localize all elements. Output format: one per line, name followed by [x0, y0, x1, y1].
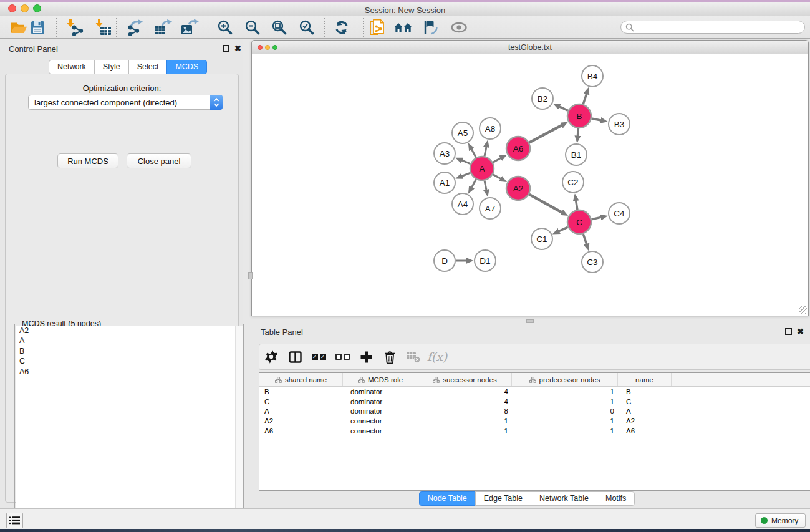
import-network-button[interactable] [65, 18, 84, 37]
edge-A-A2[interactable] [493, 175, 501, 179]
node-C1[interactable]: C1 [531, 228, 552, 249]
table-split-view-button[interactable] [283, 351, 307, 363]
table-row[interactable]: Cdominator41C [259, 397, 810, 407]
edge-A2-C[interactable] [529, 195, 562, 213]
node-A5[interactable]: A5 [452, 122, 473, 143]
edge-B-B4[interactable] [583, 94, 586, 104]
save-session-button[interactable] [28, 18, 47, 37]
result-item[interactable]: A2 [16, 326, 243, 336]
new-network-button[interactable] [368, 18, 387, 37]
tab-mcds[interactable]: MCDS [166, 60, 207, 74]
export-image-button[interactable] [180, 18, 199, 37]
edge-C-C1[interactable] [559, 227, 567, 231]
node-B3[interactable]: B3 [609, 114, 630, 135]
criterion-select[interactable]: largest connected component (directed) [28, 95, 223, 110]
result-item[interactable]: A6 [16, 367, 243, 377]
edge-C-C4[interactable] [592, 217, 601, 219]
node-C4[interactable]: C4 [609, 203, 630, 224]
zoom-fit-button[interactable] [270, 18, 289, 37]
column-header-predecessor-nodes[interactable]: predecessor nodes [512, 373, 618, 386]
edge-B-B2[interactable] [559, 107, 568, 111]
result-scrollbar[interactable] [235, 326, 243, 532]
edge-B-B1[interactable] [577, 128, 578, 136]
edge-A-A8[interactable] [485, 147, 486, 156]
delete-table-button[interactable] [402, 351, 425, 363]
node-A7[interactable]: A7 [480, 198, 501, 219]
node-B1[interactable]: B1 [566, 144, 587, 165]
memory-button[interactable]: Memory [755, 513, 806, 528]
tab-network-table[interactable]: Network Table [531, 491, 597, 506]
unselect-all-columns-button[interactable] [330, 354, 354, 360]
add-column-button[interactable] [354, 351, 378, 364]
zoom-in-button[interactable] [216, 18, 234, 37]
node-D1[interactable]: D1 [475, 250, 496, 271]
edge-A-A5[interactable] [471, 149, 476, 157]
zoom-out-button[interactable] [243, 18, 262, 37]
edge-A-A3[interactable] [462, 160, 471, 163]
edge-A-A1[interactable] [462, 173, 470, 176]
node-C2[interactable]: C2 [562, 172, 584, 193]
column-header-successor-nodes[interactable]: successor nodes [418, 373, 512, 386]
close-panel-button[interactable]: Close panel [127, 153, 191, 168]
tab-node-table[interactable]: Node Table [419, 491, 476, 506]
tab-select[interactable]: Select [128, 60, 168, 74]
table-settings-button[interactable] [259, 350, 283, 364]
node-C[interactable]: C [567, 210, 591, 234]
result-item[interactable]: C [16, 357, 243, 367]
float-panel-icon[interactable] [223, 45, 229, 52]
window-resize-grip[interactable] [799, 306, 807, 314]
edge-A-A4[interactable] [471, 180, 476, 188]
float-table-panel-icon[interactable] [785, 328, 792, 335]
search-input[interactable] [620, 21, 805, 34]
node-A2[interactable]: A2 [506, 177, 530, 200]
edge-A-A7[interactable] [485, 181, 486, 190]
show-hide-button[interactable] [450, 18, 468, 37]
column-header-MCDS-role[interactable]: MCDS role [343, 373, 418, 386]
node-A6[interactable]: A6 [506, 137, 530, 160]
select-all-columns-button[interactable]: ✓ ✓ [307, 354, 330, 360]
node-B[interactable]: B [567, 104, 591, 128]
tab-network[interactable]: Network [49, 60, 95, 74]
close-panel-icon[interactable]: ✖ [234, 45, 241, 52]
flag-visibility-button[interactable] [421, 18, 440, 37]
node-A3[interactable]: A3 [434, 143, 455, 164]
node-A8[interactable]: A8 [480, 118, 501, 139]
table-row[interactable]: A6connector11A6 [259, 426, 810, 436]
column-header-name[interactable]: name [618, 373, 672, 386]
node-A1[interactable]: A1 [434, 172, 455, 193]
edge-C-C2[interactable] [576, 201, 577, 210]
table-row[interactable]: Adominator80A [259, 406, 810, 416]
network-canvas[interactable]: AA1A2A3A4A5A6A7A8BB1B2B3B4CC1C2C3C4DD1 [253, 54, 809, 316]
export-table-button[interactable] [153, 18, 172, 37]
run-mcds-button[interactable]: Run MCDS [57, 153, 118, 168]
edge-B-B3[interactable] [592, 118, 601, 120]
zoom-selected-button[interactable] [297, 18, 316, 37]
panel-splitter-handle[interactable] [248, 272, 253, 279]
export-network-button[interactable] [127, 18, 145, 37]
import-table-button[interactable] [94, 18, 113, 37]
edge-C-C3[interactable] [583, 234, 586, 244]
table-row[interactable]: A2connector11A2 [259, 416, 810, 426]
result-item[interactable]: A [16, 336, 243, 347]
node-A4[interactable]: A4 [452, 193, 473, 215]
home-layout-button[interactable] [394, 18, 413, 37]
node-D[interactable]: D [434, 250, 455, 271]
node-B2[interactable]: B2 [532, 88, 553, 109]
table-row[interactable]: Bdominator41B [259, 387, 810, 397]
tab-edge-table[interactable]: Edge Table [475, 491, 531, 506]
table-splitter-handle[interactable] [526, 319, 534, 323]
result-item[interactable]: B [16, 346, 243, 357]
open-session-button[interactable] [9, 18, 28, 37]
mcds-result-list[interactable]: A2ABCA6 [16, 326, 243, 532]
close-table-panel-icon[interactable]: ✖ [797, 328, 804, 335]
delete-columns-button[interactable] [378, 350, 402, 364]
node-A[interactable]: A [470, 157, 494, 180]
network-window-titlebar[interactable]: testGlobe.txt [252, 41, 808, 54]
edge-A-A6[interactable] [493, 158, 501, 162]
tab-style[interactable]: Style [94, 60, 129, 74]
tab-motifs[interactable]: Motifs [597, 491, 635, 506]
task-history-button[interactable] [6, 513, 23, 528]
refresh-view-button[interactable] [332, 18, 351, 37]
function-builder-button[interactable]: f(x) [425, 350, 449, 364]
column-header-shared-name[interactable]: shared name [259, 373, 343, 386]
